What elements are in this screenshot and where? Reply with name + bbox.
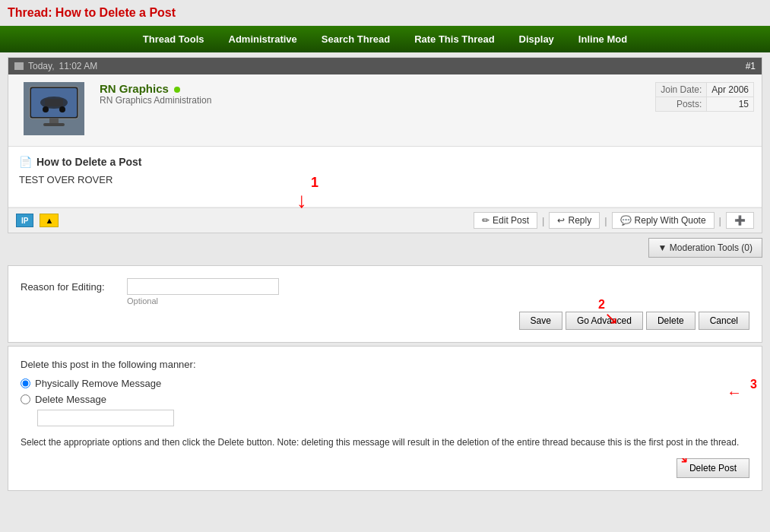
arrow-1: ↓ xyxy=(296,190,307,211)
delete-message-radio[interactable] xyxy=(21,394,30,404)
top-nav: Thread Tools Administrative Search Threa… xyxy=(0,26,770,52)
avatar xyxy=(24,82,84,135)
svg-rect-8 xyxy=(43,123,65,126)
post-icon xyxy=(14,62,24,70)
svg-point-6 xyxy=(59,106,65,112)
date-left: Today, 11:02 AM xyxy=(14,61,97,71)
delete-message-input[interactable] xyxy=(37,410,174,426)
edit-btn-row: Save Go Advanced Delete Cancel xyxy=(21,312,749,330)
post-header: RN Graphics RN Graphics Administration J… xyxy=(8,74,762,147)
post-footer: IP ▲ 1 ↓ ✏ Edit Post | ↩ Reply | xyxy=(8,207,762,233)
user-info: RN Graphics RN Graphics Administration xyxy=(92,82,602,138)
avatar-area xyxy=(16,82,92,138)
post-body: TEST OVER ROVER xyxy=(19,174,751,185)
reason-row: Reason for Editing: Optional xyxy=(21,278,749,306)
divider-3: | xyxy=(718,215,723,226)
posts-value: 15 xyxy=(707,97,754,112)
reply-with-quote-button[interactable]: 💬 Reply With Quote xyxy=(612,212,715,229)
divider-2: | xyxy=(603,215,608,226)
nav-inline-mod[interactable]: Inline Mod xyxy=(566,26,639,52)
nav-search-thread[interactable]: Search Thread xyxy=(309,26,402,52)
delete-message-option: Delete Message xyxy=(21,394,749,405)
reason-input[interactable] xyxy=(127,278,279,295)
save-button[interactable]: Save xyxy=(519,312,562,330)
join-table: Join Date: Apr 2006 Posts: 15 xyxy=(655,82,754,112)
mod-tools-bar: ▼ Moderation Tools (0) xyxy=(8,233,762,262)
divider-1: | xyxy=(540,215,546,226)
user-title: RN Graphics Administration xyxy=(100,95,594,106)
delete-button[interactable]: Delete xyxy=(646,312,696,330)
physically-remove-radio[interactable] xyxy=(21,378,30,388)
moderation-tools-button[interactable]: ▼ Moderation Tools (0) xyxy=(648,238,762,258)
quote-icon: 💬 xyxy=(620,215,632,226)
post-container: Today, 11:02 AM #1 xyxy=(8,57,762,233)
svg-rect-7 xyxy=(49,119,59,123)
post-date: Today, xyxy=(28,61,54,71)
arrow-3: ← xyxy=(727,384,742,401)
delete-message-label: Delete Message xyxy=(35,394,106,405)
edit-post-button[interactable]: ✏ Edit Post xyxy=(474,212,537,229)
delete-post-row: 4 ↘ Delete Post xyxy=(21,458,749,478)
cancel-button[interactable]: Cancel xyxy=(699,312,749,330)
multiquote-icon: ➕ xyxy=(734,215,746,226)
reason-label: Reason for Editing: xyxy=(21,278,127,293)
warn-button[interactable]: ▲ xyxy=(40,214,59,227)
online-indicator xyxy=(174,87,180,93)
nav-administrative[interactable]: Administrative xyxy=(217,26,309,52)
nav-display[interactable]: Display xyxy=(507,26,566,52)
multi-quote-button[interactable]: ➕ xyxy=(726,212,754,229)
physically-remove-option: Physically Remove Message xyxy=(21,378,749,389)
join-info: Join Date: Apr 2006 Posts: 15 xyxy=(602,82,754,138)
svg-point-5 xyxy=(43,106,49,112)
svg-rect-4 xyxy=(45,99,63,106)
optional-text: Optional xyxy=(127,296,279,306)
footer-right: 1 ↓ ✏ Edit Post | ↩ Reply | 💬 Reply With… xyxy=(471,212,754,229)
mod-tools-label: ▼ Moderation Tools (0) xyxy=(658,242,753,253)
post-number: #1 xyxy=(746,61,756,71)
arrow-4: ↘ xyxy=(675,458,689,467)
posts-label: Posts: xyxy=(656,97,707,112)
join-date-value: Apr 2006 xyxy=(707,83,754,97)
edit-icon: ✏ xyxy=(482,215,490,226)
date-bar: Today, 11:02 AM #1 xyxy=(8,58,762,74)
delete-section: Delete this post in the following manner… xyxy=(8,346,762,491)
join-date-label: Join Date: xyxy=(656,83,707,97)
post-content: 📄 How to Delete a Post TEST OVER ROVER xyxy=(8,147,762,207)
footer-left: IP ▲ xyxy=(16,214,59,227)
post-time: 11:02 AM xyxy=(59,61,97,71)
ip-button[interactable]: IP xyxy=(16,214,33,227)
page-title-thread: How to Delete a Post xyxy=(55,6,176,19)
reply-button[interactable]: ↩ Reply xyxy=(549,212,600,229)
delete-manner-text: Delete this post in the following manner… xyxy=(21,359,749,370)
post-title-text: How to Delete a Post xyxy=(36,156,141,168)
annotation-3: 3 xyxy=(750,378,757,391)
delete-note: Select the appropriate options and then … xyxy=(21,435,749,449)
reply-icon: ↩ xyxy=(557,215,565,226)
annotation-1: 1 xyxy=(311,175,318,191)
nav-thread-tools[interactable]: Thread Tools xyxy=(131,26,217,52)
edit-section: Reason for Editing: Optional 2 ↘ Save Go… xyxy=(8,265,762,343)
document-icon: 📄 xyxy=(19,156,32,168)
reason-field-wrap: Optional xyxy=(127,278,279,306)
post-title-row: 📄 How to Delete a Post xyxy=(19,156,751,168)
main-wrapper: Today, 11:02 AM #1 xyxy=(0,52,770,499)
arrow-2: ↘ xyxy=(604,309,618,328)
page-title-bar: Thread: How to Delete a Post xyxy=(0,0,770,26)
username: RN Graphics xyxy=(100,82,594,95)
physically-remove-label: Physically Remove Message xyxy=(35,378,161,389)
page-title-prefix: Thread: xyxy=(8,6,52,19)
nav-rate-thread[interactable]: Rate This Thread xyxy=(402,26,506,52)
